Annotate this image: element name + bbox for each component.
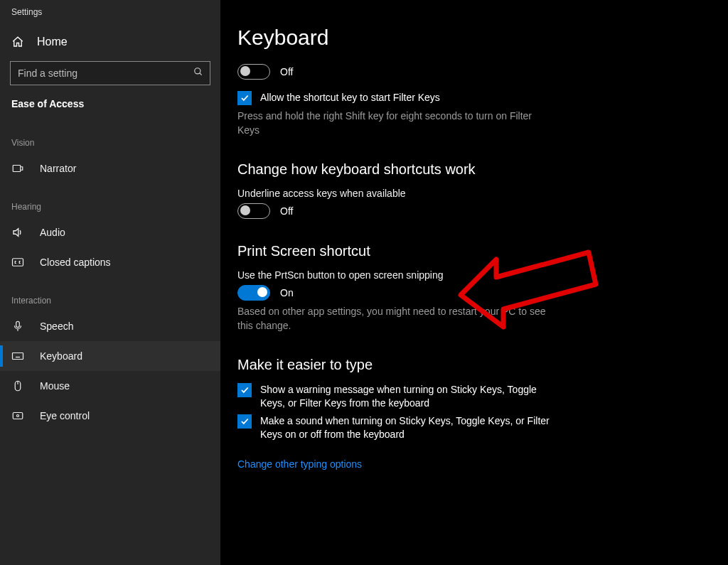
shortcuts-heading: Change how keyboard shortcuts work (237, 161, 728, 178)
sidebar-item-mouse[interactable]: Mouse (0, 371, 220, 401)
sidebar-item-speech[interactable]: Speech (0, 311, 220, 341)
prtscn-heading: Print Screen shortcut (237, 243, 728, 259)
search-input[interactable] (10, 61, 210, 85)
search-icon (193, 67, 203, 77)
category-hearing: Hearing (0, 183, 220, 217)
page-title: Keyboard (237, 26, 728, 50)
sidebar-item-label: Keyboard (40, 350, 82, 362)
easier-warn-checkbox[interactable] (237, 383, 252, 397)
closed-captions-icon (11, 256, 24, 269)
narrator-icon (11, 162, 24, 175)
sidebar-item-label: Speech (40, 321, 73, 332)
underline-toggle-state: Off (280, 205, 293, 217)
prtscn-toggle[interactable] (237, 285, 270, 301)
sidebar-item-narrator[interactable]: Narrator (0, 154, 220, 183)
category-interaction: Interaction (0, 277, 220, 311)
window-title: Settings (0, 7, 220, 30)
prtscn-toggle-state: On (280, 287, 294, 298)
prtscn-body: Use the PrtScn button to open screen sni… (237, 269, 728, 281)
home-nav[interactable]: Home (0, 30, 220, 54)
svg-point-7 (17, 415, 19, 417)
underline-body: Underline access keys when available (237, 188, 728, 199)
sidebar-item-keyboard[interactable]: Keyboard (0, 341, 220, 371)
prtscn-hint: Based on other app settings, you might n… (237, 305, 550, 333)
section-heading: Ease of Access (0, 95, 220, 119)
svg-rect-1 (13, 166, 21, 172)
easier-heading: Make it easier to type (237, 357, 728, 373)
filter-shortcut-label: Allow the shortcut key to start Filter K… (260, 91, 440, 104)
filter-keys-toggle-state: Off (280, 66, 293, 77)
eye-control-icon (11, 409, 24, 422)
sidebar-item-label: Closed captions (40, 257, 111, 268)
svg-rect-6 (13, 413, 23, 419)
mouse-icon (11, 380, 24, 392)
sidebar-item-label: Mouse (40, 380, 70, 392)
underline-access-toggle[interactable] (237, 203, 270, 219)
sidebar-item-audio[interactable]: Audio (0, 217, 220, 247)
category-vision: Vision (0, 119, 220, 154)
svg-rect-3 (16, 321, 20, 327)
settings-sidebar: Settings Home Ease of Access Vision Narr… (0, 0, 220, 565)
change-other-typing-link[interactable]: Change other typing options (237, 458, 362, 470)
keyboard-icon (11, 350, 24, 362)
sidebar-item-eye-control[interactable]: Eye control (0, 401, 220, 431)
easier-sound-label: Make a sound when turning on Sticky Keys… (260, 414, 550, 441)
sidebar-item-closed-captions[interactable]: Closed captions (0, 247, 220, 277)
filter-hint: Press and hold the right Shift key for e… (237, 109, 550, 137)
home-label: Home (37, 36, 68, 48)
audio-icon (11, 226, 24, 239)
home-icon (11, 36, 24, 48)
filter-keys-toggle[interactable] (237, 64, 270, 80)
easier-sound-checkbox[interactable] (237, 414, 252, 429)
sidebar-item-label: Audio (40, 227, 65, 238)
sidebar-item-label: Narrator (40, 163, 76, 174)
svg-rect-4 (13, 353, 23, 360)
svg-rect-2 (13, 259, 23, 267)
filter-shortcut-checkbox[interactable] (237, 91, 252, 105)
easier-warn-label: Show a warning message when turning on S… (260, 383, 550, 410)
speech-icon (11, 320, 24, 333)
search-container (10, 61, 210, 85)
content-pane: Keyboard Off Allow the shortcut key to s… (220, 0, 728, 565)
sidebar-item-label: Eye control (40, 410, 90, 421)
svg-point-0 (195, 68, 200, 74)
